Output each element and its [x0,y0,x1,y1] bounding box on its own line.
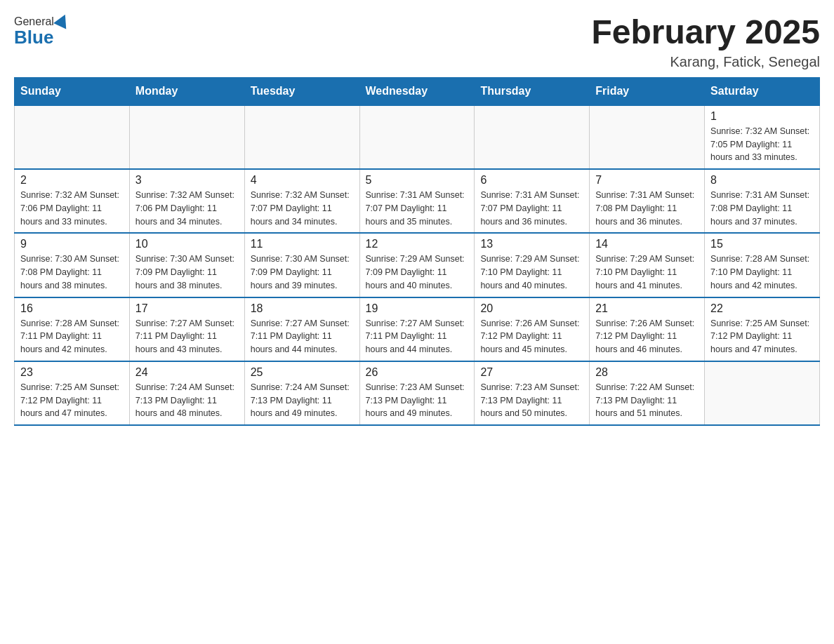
day-info: Sunrise: 7:29 AM Sunset: 7:10 PM Dayligh… [595,253,699,292]
day-number: 20 [480,302,583,315]
calendar-cell [129,105,244,169]
calendar-week-3: 9Sunrise: 7:30 AM Sunset: 7:08 PM Daylig… [15,233,820,297]
day-number: 1 [710,110,814,123]
day-number: 6 [480,174,583,187]
month-year-title: February 2025 [591,14,820,51]
day-number: 10 [135,238,239,250]
day-info: Sunrise: 7:23 AM Sunset: 7:13 PM Dayligh… [480,381,583,420]
day-number: 3 [135,174,239,187]
calendar-week-5: 23Sunrise: 7:25 AM Sunset: 7:12 PM Dayli… [15,361,820,425]
day-number: 19 [366,302,469,315]
day-info: Sunrise: 7:29 AM Sunset: 7:09 PM Dayligh… [366,253,469,292]
day-info: Sunrise: 7:24 AM Sunset: 7:13 PM Dayligh… [135,381,239,420]
day-info: Sunrise: 7:31 AM Sunset: 7:07 PM Dayligh… [480,189,583,228]
day-number: 26 [366,366,469,379]
day-number: 9 [20,238,124,250]
page-header: General Blue February 2025 Karang, Fatic… [14,14,820,70]
logo-blue-text: Blue [14,27,70,48]
calendar-cell [15,105,130,169]
day-number: 14 [595,238,699,250]
calendar-cell: 15Sunrise: 7:28 AM Sunset: 7:10 PM Dayli… [705,233,820,297]
day-info: Sunrise: 7:32 AM Sunset: 7:05 PM Dayligh… [710,125,814,164]
calendar-cell: 13Sunrise: 7:29 AM Sunset: 7:10 PM Dayli… [475,233,590,297]
day-info: Sunrise: 7:27 AM Sunset: 7:11 PM Dayligh… [251,317,354,356]
day-info: Sunrise: 7:30 AM Sunset: 7:09 PM Dayligh… [135,253,239,292]
day-info: Sunrise: 7:32 AM Sunset: 7:06 PM Dayligh… [135,189,239,228]
day-info: Sunrise: 7:30 AM Sunset: 7:08 PM Dayligh… [20,253,124,292]
calendar-cell: 8Sunrise: 7:31 AM Sunset: 7:08 PM Daylig… [705,169,820,233]
calendar-cell: 4Sunrise: 7:32 AM Sunset: 7:07 PM Daylig… [244,169,359,233]
calendar-cell [475,105,590,169]
calendar-cell: 28Sunrise: 7:22 AM Sunset: 7:13 PM Dayli… [590,361,705,425]
calendar-cell: 5Sunrise: 7:31 AM Sunset: 7:07 PM Daylig… [359,169,475,233]
day-info: Sunrise: 7:27 AM Sunset: 7:11 PM Dayligh… [135,317,239,356]
day-info: Sunrise: 7:31 AM Sunset: 7:08 PM Dayligh… [595,189,699,228]
title-section: February 2025 Karang, Fatick, Senegal [591,14,820,70]
day-info: Sunrise: 7:26 AM Sunset: 7:12 PM Dayligh… [480,317,583,356]
day-info: Sunrise: 7:29 AM Sunset: 7:10 PM Dayligh… [480,253,583,292]
day-header-wednesday: Wednesday [359,77,475,105]
calendar-cell: 1Sunrise: 7:32 AM Sunset: 7:05 PM Daylig… [705,105,820,169]
calendar-cell: 2Sunrise: 7:32 AM Sunset: 7:06 PM Daylig… [15,169,130,233]
day-number: 7 [595,174,699,187]
calendar-week-1: 1Sunrise: 7:32 AM Sunset: 7:05 PM Daylig… [15,105,820,169]
calendar-cell: 16Sunrise: 7:28 AM Sunset: 7:11 PM Dayli… [15,297,130,361]
calendar-cell: 12Sunrise: 7:29 AM Sunset: 7:09 PM Dayli… [359,233,475,297]
day-number: 15 [710,238,814,250]
day-info: Sunrise: 7:28 AM Sunset: 7:10 PM Dayligh… [710,253,814,292]
calendar-cell: 18Sunrise: 7:27 AM Sunset: 7:11 PM Dayli… [244,297,359,361]
calendar-cell: 7Sunrise: 7:31 AM Sunset: 7:08 PM Daylig… [590,169,705,233]
day-info: Sunrise: 7:23 AM Sunset: 7:13 PM Dayligh… [366,381,469,420]
calendar-cell: 6Sunrise: 7:31 AM Sunset: 7:07 PM Daylig… [475,169,590,233]
day-info: Sunrise: 7:30 AM Sunset: 7:09 PM Dayligh… [251,253,354,292]
day-header-saturday: Saturday [705,77,820,105]
calendar-cell: 25Sunrise: 7:24 AM Sunset: 7:13 PM Dayli… [244,361,359,425]
day-info: Sunrise: 7:28 AM Sunset: 7:11 PM Dayligh… [20,317,124,356]
day-header-monday: Monday [129,77,244,105]
calendar-cell: 19Sunrise: 7:27 AM Sunset: 7:11 PM Dayli… [359,297,475,361]
day-info: Sunrise: 7:31 AM Sunset: 7:08 PM Dayligh… [710,189,814,228]
calendar-cell [705,361,820,425]
day-info: Sunrise: 7:24 AM Sunset: 7:13 PM Dayligh… [251,381,354,420]
day-header-sunday: Sunday [15,77,130,105]
day-number: 23 [20,366,124,379]
day-number: 27 [480,366,583,379]
calendar-cell: 10Sunrise: 7:30 AM Sunset: 7:09 PM Dayli… [129,233,244,297]
day-info: Sunrise: 7:32 AM Sunset: 7:06 PM Dayligh… [20,189,124,228]
day-header-tuesday: Tuesday [244,77,359,105]
day-info: Sunrise: 7:27 AM Sunset: 7:11 PM Dayligh… [366,317,469,356]
day-number: 12 [366,238,469,250]
day-number: 13 [480,238,583,250]
day-info: Sunrise: 7:31 AM Sunset: 7:07 PM Dayligh… [366,189,469,228]
day-number: 22 [710,302,814,315]
calendar-week-4: 16Sunrise: 7:28 AM Sunset: 7:11 PM Dayli… [15,297,820,361]
calendar-cell: 27Sunrise: 7:23 AM Sunset: 7:13 PM Dayli… [475,361,590,425]
day-number: 4 [251,174,354,187]
day-number: 28 [595,366,699,379]
day-number: 17 [135,302,239,315]
day-number: 21 [595,302,699,315]
calendar-cell: 23Sunrise: 7:25 AM Sunset: 7:12 PM Dayli… [15,361,130,425]
calendar-cell: 20Sunrise: 7:26 AM Sunset: 7:12 PM Dayli… [475,297,590,361]
calendar-cell: 3Sunrise: 7:32 AM Sunset: 7:06 PM Daylig… [129,169,244,233]
day-info: Sunrise: 7:25 AM Sunset: 7:12 PM Dayligh… [20,381,124,420]
location-text: Karang, Fatick, Senegal [591,54,820,70]
calendar-header-row: SundayMondayTuesdayWednesdayThursdayFrid… [15,77,820,105]
day-info: Sunrise: 7:25 AM Sunset: 7:12 PM Dayligh… [710,317,814,356]
day-header-friday: Friday [590,77,705,105]
day-header-thursday: Thursday [475,77,590,105]
calendar-cell: 24Sunrise: 7:24 AM Sunset: 7:13 PM Dayli… [129,361,244,425]
day-number: 11 [251,238,354,250]
calendar-cell: 9Sunrise: 7:30 AM Sunset: 7:08 PM Daylig… [15,233,130,297]
calendar-cell [590,105,705,169]
calendar-cell: 11Sunrise: 7:30 AM Sunset: 7:09 PM Dayli… [244,233,359,297]
day-info: Sunrise: 7:26 AM Sunset: 7:12 PM Dayligh… [595,317,699,356]
day-number: 16 [20,302,124,315]
day-number: 5 [366,174,469,187]
day-info: Sunrise: 7:22 AM Sunset: 7:13 PM Dayligh… [595,381,699,420]
day-number: 18 [251,302,354,315]
calendar-week-2: 2Sunrise: 7:32 AM Sunset: 7:06 PM Daylig… [15,169,820,233]
logo: General Blue [14,14,70,48]
calendar-cell: 22Sunrise: 7:25 AM Sunset: 7:12 PM Dayli… [705,297,820,361]
calendar-cell [244,105,359,169]
